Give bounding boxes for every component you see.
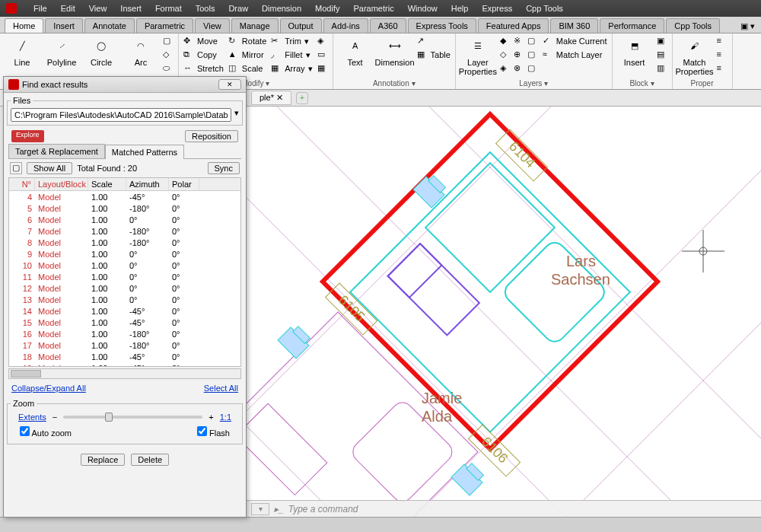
ribbon-tab-bim 360[interactable]: BIM 360 — [550, 18, 598, 33]
trim-button[interactable]: ✂Trim ▾ — [271, 35, 312, 47]
result-row[interactable]: 10Model1.000°0° — [9, 260, 240, 271]
result-row[interactable]: 8Model1.00-180°0° — [9, 237, 240, 248]
tab-target-replacement[interactable]: Target & Replacement — [8, 144, 105, 158]
menu-format[interactable]: Format — [155, 4, 182, 13]
array-button[interactable]: ▦Array ▾ — [271, 62, 312, 75]
text-button[interactable]: AText — [338, 35, 373, 67]
insert-block-button[interactable]: ⬒Insert — [617, 35, 652, 67]
menu-view[interactable]: View — [89, 4, 107, 13]
ribbon-tab-parametric[interactable]: Parametric — [136, 18, 193, 33]
leader-button[interactable]: ↗ — [417, 35, 451, 47]
result-row[interactable]: 14Model1.00-45°0° — [9, 305, 240, 317]
prop-icon-1[interactable]: ≡ — [717, 35, 728, 47]
files-path-input[interactable] — [11, 108, 231, 122]
modify-icon-3[interactable]: ▦ — [317, 62, 328, 75]
ribbon-tab-output[interactable]: Output — [280, 18, 322, 33]
select-all-link[interactable]: Select All — [204, 384, 238, 393]
tab-matched-patterns[interactable]: Matched Patterns — [105, 145, 184, 159]
ribbon-expand-icon[interactable]: ▣ ▾ — [734, 20, 761, 33]
modify-icon-1[interactable]: ◈ — [317, 35, 328, 47]
explore-badge[interactable]: Explore — [11, 130, 44, 142]
menu-modify[interactable]: Modify — [315, 4, 339, 13]
prop-icon-3[interactable]: ≡ — [717, 62, 728, 75]
ribbon-tab-annotate[interactable]: Annotate — [84, 18, 135, 33]
draw-extra-2[interactable]: ◇ — [163, 49, 174, 61]
ribbon-tab-featured apps[interactable]: Featured Apps — [478, 18, 549, 33]
block-icon-1[interactable]: ▣ — [657, 35, 667, 47]
zoom-out-button[interactable]: − — [53, 413, 57, 422]
result-row[interactable]: 9Model1.000°0° — [9, 248, 240, 260]
ribbon-tab-view[interactable]: View — [195, 18, 230, 33]
result-row[interactable]: 6Model1.000°0° — [9, 214, 240, 225]
command-history-button[interactable]: ▾ — [251, 503, 269, 515]
menu-dimension[interactable]: Dimension — [262, 4, 301, 13]
filter-icon[interactable]: ▢ — [10, 162, 22, 174]
match-layer-button[interactable]: ≈Match Layer — [543, 49, 607, 61]
collapse-expand-link[interactable]: Collapse/Expand All — [11, 384, 86, 393]
line-button[interactable]: ╱Line — [5, 35, 40, 67]
flash-checkbox[interactable]: Flash — [197, 426, 230, 438]
ribbon-tab-manage[interactable]: Manage — [231, 18, 279, 33]
new-tab-button[interactable]: + — [296, 92, 308, 104]
dimension-button[interactable]: ⟷Dimension — [377, 35, 412, 67]
replace-button[interactable]: Replace — [81, 454, 125, 466]
layer-properties-button[interactable]: ☰Layer Properties — [460, 35, 495, 76]
table-button[interactable]: ▦Table — [417, 49, 451, 61]
copy-button[interactable]: ⧉Copy — [183, 49, 224, 61]
fillet-button[interactable]: ◞Fillet ▾ — [271, 49, 312, 61]
zoom-in-button[interactable]: + — [209, 413, 213, 422]
ribbon-tab-performance[interactable]: Performance — [600, 18, 664, 33]
extents-link[interactable]: Extents — [18, 413, 46, 422]
ribbon-tab-home[interactable]: Home — [5, 18, 43, 33]
match-properties-button[interactable]: 🖌Match Properties — [677, 35, 712, 76]
menu-edit[interactable]: Edit — [61, 4, 75, 13]
result-row[interactable]: 16Model1.00-180°0° — [9, 328, 240, 339]
scale-button[interactable]: ◫Scale — [228, 62, 266, 75]
result-row[interactable]: 11Model1.000°0° — [9, 271, 240, 282]
result-row[interactable]: 13Model1.000°0° — [9, 294, 240, 305]
sync-button[interactable]: Sync — [208, 162, 240, 174]
document-tab[interactable]: ple* ✕ — [251, 91, 291, 105]
layer-icon-b[interactable]: ◇⊕▢ — [500, 49, 538, 61]
draw-extra-1[interactable]: ▢ — [163, 35, 174, 47]
menu-insert[interactable]: Insert — [120, 4, 142, 13]
polyline-button[interactable]: ⟋Polyline — [44, 35, 79, 67]
move-button[interactable]: ✥Move — [183, 35, 224, 47]
delete-button[interactable]: Delete — [131, 454, 169, 466]
result-row[interactable]: 7Model1.00-180°0° — [9, 225, 240, 237]
menu-parametric[interactable]: Parametric — [353, 4, 393, 13]
modify-icon-2[interactable]: ▭ — [317, 49, 328, 61]
draw-extra-3[interactable]: ⬭ — [163, 62, 174, 75]
menu-window[interactable]: Window — [408, 4, 438, 13]
auto-zoom-checkbox[interactable]: Auto zoom — [20, 426, 72, 438]
menu-file[interactable]: File — [33, 4, 47, 13]
result-row[interactable]: 18Model1.00-45°0° — [9, 351, 240, 362]
layer-icon-a[interactable]: ◆※▢ — [500, 35, 538, 47]
palette-titlebar[interactable]: Find exact results ✕ — [4, 77, 246, 93]
make-current-button[interactable]: ✓Make Current — [543, 35, 607, 47]
result-row[interactable]: 12Model1.000°0° — [9, 282, 240, 294]
rotate-button[interactable]: ↻Rotate — [228, 35, 266, 47]
result-row[interactable]: 17Model1.00-180°0° — [9, 339, 240, 351]
grid-header[interactable]: N° Layout/Block Scale Azimuth Polar — [9, 178, 240, 191]
prop-icon-2[interactable]: ≡ — [717, 49, 728, 61]
mirror-button[interactable]: ▲Mirror — [228, 49, 266, 61]
menu-help[interactable]: Help — [451, 4, 469, 13]
close-button[interactable]: ✕ — [218, 79, 241, 90]
menu-tools[interactable]: Tools — [196, 4, 215, 13]
ribbon-tab-a360[interactable]: A360 — [370, 18, 406, 33]
ribbon-tab-add-ins[interactable]: Add-ins — [323, 18, 368, 33]
horizontal-scrollbar[interactable] — [8, 368, 241, 379]
ribbon-tab-insert[interactable]: Insert — [45, 18, 83, 33]
menu-cpp tools[interactable]: Cpp Tools — [526, 4, 563, 13]
command-line[interactable]: ▾ ▸_ Type a command — [247, 500, 761, 517]
result-row[interactable]: 4Model1.00-45°0° — [9, 191, 240, 202]
dropdown-icon[interactable]: ▾ — [234, 108, 239, 122]
result-row[interactable]: 5Model1.00-180°0° — [9, 202, 240, 214]
circle-button[interactable]: ◯Circle — [84, 35, 119, 67]
menu-express[interactable]: Express — [482, 4, 512, 13]
stretch-button[interactable]: ↔Stretch — [183, 62, 224, 75]
ratio-link[interactable]: 1:1 — [220, 413, 231, 422]
block-icon-3[interactable]: ▥ — [657, 62, 667, 75]
result-row[interactable]: 19Model1.00-45°0° — [9, 362, 240, 366]
